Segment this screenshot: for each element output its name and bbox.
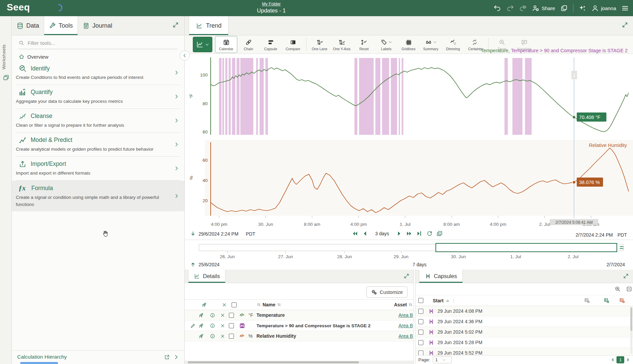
previous-page-icon[interactable] (610, 357, 615, 362)
capsule-row[interactable]: 29 Jun 2024 5:02 PM (416, 327, 633, 337)
capsule-row[interactable]: 29 Jun 2024 4:36 PM (416, 316, 633, 327)
sort-icon[interactable] (408, 302, 413, 307)
item-name[interactable]: Temperature > 90 and Compressor Stage is… (257, 323, 370, 328)
redo-all-icon[interactable] (519, 4, 527, 12)
collapse-capsules-icon[interactable] (626, 286, 632, 292)
toolbar-capsule-button[interactable]: Capsule (260, 36, 282, 53)
capsule-row[interactable]: 29 Jun 2024 4:08 PM (416, 306, 633, 316)
sidebar-tab-data[interactable]: Data (12, 16, 44, 35)
navigate-icon[interactable] (198, 323, 204, 329)
details-row[interactable]: %Relative HumidityArea B (185, 331, 414, 341)
tab-trend[interactable]: Trend (189, 16, 229, 35)
copy-range-icon[interactable] (436, 230, 443, 237)
item-name[interactable]: Relative Humidity (257, 333, 296, 339)
condition-capsule-band[interactable] (525, 58, 532, 135)
worksheets-rail[interactable]: Worksheets (0, 16, 12, 364)
step-back-icon[interactable] (362, 230, 368, 237)
row-checkbox[interactable] (418, 319, 423, 324)
info-icon[interactable] (210, 312, 215, 318)
left-panel-expand-icon[interactable] (172, 22, 179, 28)
item-name[interactable]: Temperature (257, 312, 285, 318)
capsules-vertical-scrollbar[interactable] (630, 307, 632, 354)
name-column-header[interactable]: Name (263, 302, 275, 307)
external-link-icon[interactable] (164, 354, 170, 360)
range-duration[interactable]: 3 days (375, 231, 389, 236)
refresh-icon[interactable] (426, 230, 433, 237)
toolbar-calendar-button[interactable]: Calendar (215, 36, 237, 53)
row-checkbox[interactable] (418, 309, 423, 314)
toolbar-labels-button[interactable]: Labels (375, 36, 397, 53)
toolbar-chain-button[interactable]: Chain (237, 36, 260, 53)
page-select[interactable]: 1 (433, 356, 452, 363)
worksheet-title[interactable]: Updates - 1 (219, 7, 324, 14)
investigate-start[interactable]: 25/6/2024 (190, 262, 219, 267)
collapse-left-panel-button[interactable] (180, 51, 190, 61)
toolbar-compare-button[interactable]: Compare (282, 36, 304, 53)
tool-item-cleanse[interactable]: CleanseClean or filter a signal to prepa… (12, 109, 184, 132)
condition-capsule-band[interactable] (260, 58, 264, 135)
remove-icon[interactable] (220, 333, 225, 339)
add-column-icon[interactable] (584, 298, 590, 303)
column-menu-icon[interactable] (451, 298, 456, 303)
condition-capsule-band[interactable] (375, 58, 381, 135)
remove-icon[interactable] (220, 312, 225, 318)
condition-capsule-band[interactable] (240, 58, 253, 135)
legend-condition[interactable]: Temperature > 90 and Compressor Stage is… (511, 48, 628, 53)
capsules-select-all-checkbox[interactable] (418, 298, 423, 303)
toolbar-dimming-button[interactable]: Dimming (442, 36, 464, 53)
calculation-hierarchy-link[interactable]: Calculation Hierarchy (12, 350, 184, 360)
condition-capsule-band[interactable] (505, 58, 508, 135)
add-condition-column-icon[interactable] (619, 298, 625, 303)
details-horizontal-scrollbar[interactable] (185, 361, 414, 364)
investigate-duration[interactable]: 7 days (413, 262, 426, 267)
navigate-icon[interactable] (198, 312, 204, 318)
breadcrumb-folder-link[interactable]: My Folder (262, 2, 281, 6)
condition-capsule-band[interactable] (232, 58, 235, 135)
toolbar-gridlines-button[interactable]: Gridlines (397, 36, 420, 53)
tool-item-identify[interactable]: IdentifyCreate Conditions to find events… (12, 61, 184, 85)
zoom-to-capsule-icon[interactable] (614, 286, 621, 292)
asset-link[interactable]: Area B (398, 333, 413, 339)
worksheets-overview-icon[interactable] (560, 4, 568, 12)
condition-capsule-band[interactable] (355, 58, 358, 135)
series-temperature[interactable] (211, 67, 629, 131)
condition-capsule-band[interactable] (399, 58, 400, 135)
condition-capsule-band[interactable] (225, 58, 227, 135)
asset-column-header[interactable]: Asset (394, 302, 407, 307)
navigate-all-icon[interactable] (201, 302, 207, 308)
condition-capsule-band[interactable] (256, 58, 258, 135)
row-checkbox[interactable] (418, 340, 423, 345)
step-back-full-icon[interactable] (352, 230, 358, 237)
range-end[interactable]: 2/7/2024 2:24 PM PDT (576, 232, 627, 238)
tab-capsules[interactable]: Capsules (419, 270, 463, 283)
remove-all-icon[interactable] (221, 302, 227, 308)
info-icon[interactable] (210, 323, 215, 329)
navigate-icon[interactable] (198, 333, 204, 339)
start-column-header[interactable]: Start (433, 298, 444, 303)
range-start[interactable]: 29/6/2024 2:24 PM PDT (190, 231, 255, 237)
asset-link[interactable]: Area B (398, 312, 413, 318)
row-checkbox[interactable] (229, 313, 234, 318)
row-checkbox[interactable] (229, 323, 234, 328)
share-button[interactable]: Share (532, 4, 555, 12)
info-icon[interactable] (210, 333, 215, 339)
sidebar-tab-tools[interactable]: Tools (44, 16, 78, 35)
select-all-checkbox[interactable] (232, 302, 237, 307)
filter-tools-input[interactable] (28, 40, 156, 46)
condition-capsule-band[interactable] (359, 58, 373, 135)
toolbar-one-y-axis-button[interactable]: One Y-Axis (331, 36, 353, 53)
row-checkbox[interactable] (418, 351, 423, 356)
condition-capsule-band[interactable] (229, 58, 231, 135)
row-checkbox[interactable] (229, 334, 234, 339)
trend-view-dropdown-button[interactable] (193, 37, 212, 52)
step-forward-full-icon[interactable] (406, 230, 413, 237)
toolbar-reset-button[interactable]: Reset (353, 36, 375, 53)
trend-expand-icon[interactable] (622, 22, 628, 28)
tool-item-model-predict[interactable]: Model & PredictCreate analytical models … (12, 133, 184, 156)
condition-capsule-band[interactable] (512, 58, 522, 135)
asset-link[interactable]: Area B (398, 323, 413, 328)
sort-icon[interactable] (277, 302, 281, 307)
condition-capsule-band[interactable] (219, 58, 221, 135)
condition-capsule-band[interactable] (237, 58, 240, 135)
toolbar-summary-button[interactable]: Summary (420, 36, 442, 53)
